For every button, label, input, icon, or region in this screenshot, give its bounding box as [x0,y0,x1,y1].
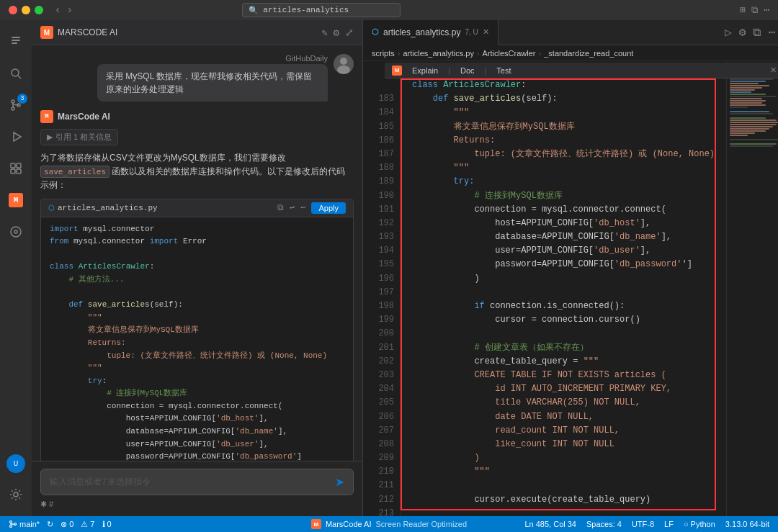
code-line-196: ) [401,272,726,286]
svg-point-15 [14,492,18,497]
settings-icon[interactable] [0,479,32,510]
errors-count[interactable]: ⊗ 0 [61,520,73,529]
search-text: articles-analytics [263,6,349,14]
svg-rect-10 [17,163,21,168]
code-line-186: Returns: [401,134,726,148]
code-line-class: class ArticlesCrawler: [401,78,726,92]
minimize-button[interactable] [22,6,30,14]
more-tabs-icon[interactable]: ⋯ [768,25,775,40]
source-control-badge: 3 [17,94,27,104]
debug-run-icon[interactable]: ⚙ [739,25,746,40]
debug-icon[interactable] [0,121,32,153]
svg-point-13 [11,227,21,237]
line-ending[interactable]: LF [664,520,674,528]
insert-icon[interactable]: ↩ [290,202,295,213]
code-line-195: password=APPIUM_CONFIG['db_password''] [401,258,726,271]
ai-toolbar-close-icon[interactable]: ✕ [770,66,777,75]
tab-badge: 7, U [465,28,478,36]
code-line-207: read_count INT NOT NULL, [401,424,726,438]
code-line-188: """ [401,161,726,175]
explorer-icon[interactable] [0,26,32,58]
split-icon[interactable]: ⧉ [751,5,758,16]
marscode-icon[interactable]: M [0,184,32,216]
search-icon[interactable] [0,58,32,89]
svg-rect-11 [11,169,15,173]
code-line-202: create_table_query = """ [401,355,726,369]
bc-method[interactable]: _standardize_read_count [544,49,633,58]
marscode-logo-icon: M [40,26,53,39]
bc-scripts[interactable]: scripts [372,49,395,58]
tab-filename: articles_analytics.py [383,27,460,37]
tab-bar: ⬡ articles_analytics.py 7, U ✕ ▷ ⚙ ⧉ ⋯ [363,20,778,45]
bc-class[interactable]: ArticlesCrawler [483,49,536,58]
more-options-icon[interactable]: ⋯ [300,202,305,213]
ai-name: MarsCode AI [58,112,110,122]
status-marscode-icon: M [311,519,321,529]
python-version[interactable]: 3.13.0 64-bit [725,520,769,528]
cursor-position[interactable]: Ln 485, Col 34 [524,520,576,528]
ai-toolbar: M Explain | Doc | Test ✕ [385,63,778,78]
layout-icon[interactable]: ⊞ [740,4,746,16]
breadcrumb: scripts › articles_analytics.py › Articl… [363,45,778,61]
more-icon[interactable]: ⋯ [764,4,769,16]
settings-icon[interactable]: ⚙ [334,27,339,39]
spaces[interactable]: Spaces: 4 [586,520,622,528]
branch-name: main* [19,520,40,528]
remote-icon[interactable] [0,216,32,248]
svg-point-16 [340,58,347,65]
ai-reference[interactable]: ▶ 引用 1 相关信息 [40,129,118,145]
nav-forward[interactable]: › [66,4,72,16]
apply-button[interactable]: Apply [311,202,346,214]
send-button[interactable]: ➤ [335,475,344,489]
bc-file[interactable]: articles_analytics.py [403,49,473,58]
code-line-198: if connection.is_connected(): [401,299,726,313]
code-block-actions: ⧉ ↩ ⋯ Apply [277,202,346,214]
maximize-button[interactable] [35,6,43,14]
nav-back[interactable]: ‹ [55,4,61,16]
git-branch[interactable]: main* [9,520,40,528]
ai-explain-button[interactable]: Explain [409,66,441,76]
activity-bar: 3 M U [0,20,32,516]
status-center: M MarsCode AI Screen Reader Optimized [311,519,467,529]
code-line-203: CREATE TABLE IF NOT EXISTS articles ( [401,369,726,382]
code-line-187: tuple: (文章文件路径、统计文件路径) 或 (None, None) [401,148,726,161]
code-line-194: user=APPIUM_CONFIG['db_user'], [401,244,726,258]
sync-icon[interactable]: ↻ [47,520,53,529]
new-chat-icon[interactable]: ✎ [321,27,327,39]
copy-icon[interactable]: ⧉ [277,203,284,213]
minimap-lines [730,78,778,149]
encoding[interactable]: UTF-8 [632,520,654,528]
user-avatar[interactable]: U [6,454,25,473]
code-editor[interactable]: class ArticlesCrawler: def save_articles… [401,61,726,516]
active-tab[interactable]: ⬡ articles_analytics.py 7, U ✕ [363,20,498,45]
code-line-185: 将文章信息保存到MySQL数据库 [401,120,726,134]
svg-point-3 [12,69,19,76]
chat-header-icons: ✎ ⚙ ⤢ [321,27,354,39]
marscode-logo: M MARSCODE AI [40,26,117,39]
code-line-193: database=APPIUM_CONFIG['db_name'], [401,230,726,244]
status-right: Ln 485, Col 34 Spaces: 4 UTF-8 LF ○ Pyth… [524,520,769,528]
source-control-icon[interactable]: 3 [0,89,32,121]
title-search[interactable]: 🔍 articles-analytics [242,3,401,17]
split-editor-icon[interactable]: ⧉ [753,26,761,40]
run-icon[interactable]: ▷ [725,25,732,40]
chat-input-box[interactable]: 输入消息或者'/'来选择指令 ➤ [40,469,354,495]
svg-line-4 [18,76,21,78]
warnings-count[interactable]: ⚠ 7 [81,520,94,529]
code-highlight: save_articles [40,166,109,178]
code-block-filename: ⬡ articles_analytics.py [48,204,158,212]
ai-doc-button[interactable]: Doc [457,66,478,76]
expand-icon[interactable]: ⤢ [345,27,354,39]
user-avatar-chat [334,54,354,74]
ai-message-header: M MarsCode AI [40,110,354,123]
user-message-bubble: 采用 MySQL 数据库，现在帮我修改相关代码，需保留原来的业务处理逻辑 [97,64,328,102]
extensions-icon[interactable] [0,153,32,184]
language-mode[interactable]: ○ Python [684,520,715,528]
tab-close-icon[interactable]: ✕ [483,27,489,37]
info-count[interactable]: ℹ 0 [102,520,112,529]
input-placeholder: 输入消息或者'/'来选择指令 [50,476,151,488]
ai-test-button[interactable]: Test [493,66,514,76]
line-numbers: . 183 184 185 186 187 188 189 190 191 19… [363,61,401,516]
close-button[interactable] [9,6,17,14]
nav-arrows: ‹ › [55,4,73,16]
